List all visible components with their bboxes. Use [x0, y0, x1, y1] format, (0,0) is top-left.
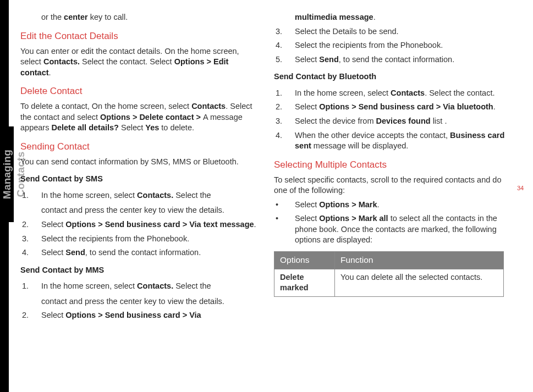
- text-bold: Yes: [145, 123, 159, 132]
- heading-sending-contact: Sending Contact: [20, 141, 257, 153]
- list-number: 1.: [22, 281, 29, 292]
- heading-selecting-multiple: Selecting Multiple Contacts: [274, 159, 510, 172]
- list-item: 1. In the home screen, select Contacts. …: [274, 88, 510, 99]
- list-number: 1.: [22, 190, 29, 201]
- text-bold: center: [64, 13, 88, 21]
- list-item: 1. In the home screen, select Contacts. …: [20, 190, 257, 216]
- right-column: multimedia message. 3. Select the Detail…: [274, 12, 510, 297]
- text: Select: [295, 200, 319, 209]
- paragraph: You can send contact information by SMS,…: [20, 157, 257, 168]
- text-bold: multimedia message: [295, 13, 373, 21]
- list-number: 4.: [276, 130, 282, 141]
- heading-edit-contact-details: Edit the Contact Details: [20, 30, 257, 43]
- text: contact and press the center key to view…: [41, 297, 224, 306]
- heading-delete-contact: Delete Contact: [20, 85, 257, 98]
- subheading-send-mms: Send Contact by MMS: [20, 265, 257, 276]
- list-item: 2. Select Options > Send business card >…: [20, 310, 257, 321]
- text: Select the contact. Select: [80, 57, 174, 66]
- text: In the home screen, select: [41, 191, 137, 200]
- list-number: 3.: [22, 234, 29, 245]
- text-bold: Options > Send business card > Via bluet…: [319, 102, 493, 111]
- list-number: 3.: [276, 26, 282, 37]
- text: Select the device from: [295, 117, 376, 125]
- list-number: 5.: [276, 54, 282, 65]
- list-number: 2.: [276, 102, 282, 113]
- text-bold: Options > Delete contact >: [100, 113, 203, 122]
- text: To delete a contact, On the home screen,…: [20, 102, 191, 111]
- text: , to send the contact information.: [339, 55, 454, 64]
- subheading-send-bluetooth: Send Contact by Bluetooth: [274, 71, 510, 82]
- paragraph: To delete a contact, On the home screen,…: [20, 101, 257, 134]
- list-number: 4.: [276, 40, 282, 51]
- list-item: 3. Select the device from Devices found …: [274, 116, 510, 127]
- page-number: 34: [517, 184, 524, 192]
- text: .: [49, 68, 51, 77]
- sidebar-label: Managing Contacts: [0, 128, 14, 221]
- text: .: [377, 200, 380, 209]
- ordered-list-bt: 1. In the home screen, select Contacts. …: [274, 88, 510, 152]
- list-number: 3.: [276, 116, 282, 127]
- list-number: 1.: [276, 88, 282, 99]
- ordered-list-mms-cont: 3. Select the Details to be send. 4. Sel…: [274, 26, 510, 65]
- subheading-send-sms: Send Contact by SMS: [20, 174, 257, 185]
- text: When the other device accepts the contac…: [295, 131, 450, 140]
- text: Select the recipients from the Phonebook…: [295, 41, 443, 49]
- list-item: • Select Options > Mark all to select al…: [274, 213, 510, 246]
- text: contact and press the center key to view…: [41, 206, 224, 214]
- text: .: [493, 102, 496, 111]
- text: In the home screen, select: [295, 89, 391, 97]
- paragraph: To select specific contacts, scroll to t…: [274, 175, 510, 196]
- text: Select the: [173, 191, 211, 200]
- list-item: 4. Select Send, to send the contact info…: [20, 247, 257, 258]
- list-item: 3. Select the recipients from the Phoneb…: [20, 234, 257, 245]
- text: key to call.: [88, 13, 128, 21]
- text-bold: Contacts: [391, 89, 425, 97]
- list-item: 2. Select Options > Send business card >…: [274, 102, 510, 113]
- table-cell-function: You can delete all the selected contacts…: [335, 269, 504, 296]
- text-bold: Options > Mark: [319, 200, 377, 209]
- table-header-function: Function: [335, 251, 504, 269]
- text: Select: [295, 55, 319, 64]
- text: Select: [41, 248, 65, 257]
- text-bold: Devices found: [376, 117, 431, 125]
- text-bold: Contacts.: [137, 191, 173, 200]
- text: .: [254, 220, 256, 229]
- text: message will be displayed.: [311, 141, 409, 150]
- list-item: 4. When the other device accepts the con…: [274, 130, 510, 152]
- text-bold: Send: [319, 55, 338, 64]
- text-bold: Contacts: [191, 102, 226, 111]
- text: Select: [41, 220, 65, 229]
- text: .: [373, 13, 376, 21]
- text-bold: Options > Mark all: [319, 214, 388, 223]
- list-item: 3. Select the Details to be send.: [274, 26, 510, 37]
- ordered-list-sms: 1. In the home screen, select Contacts. …: [20, 190, 257, 258]
- text: Select: [295, 102, 319, 111]
- list-item: 2. Select Options > Send business card >…: [20, 219, 257, 230]
- text-bold: Options > Send business card > Via: [65, 311, 201, 319]
- list-number: 2.: [22, 219, 29, 230]
- text: . Select the contact.: [425, 89, 494, 97]
- text: to delete.: [159, 123, 194, 132]
- text: , to send the contact information.: [85, 248, 201, 257]
- table-header-options: Options: [274, 251, 335, 269]
- ordered-list-mms: 1. In the home screen, select Contacts. …: [20, 281, 257, 321]
- continuation-line: or the center key to call.: [20, 12, 257, 23]
- text: or the: [41, 13, 64, 21]
- options-table: Options Function Delete marked You can d…: [274, 251, 504, 297]
- table-row: Delete marked You can delete all the sel…: [274, 269, 504, 296]
- text-bold: Send: [65, 248, 85, 257]
- bullet-icon: •: [276, 200, 278, 211]
- continuation-line: multimedia message.: [274, 12, 510, 23]
- text-bold: Contacts.: [43, 57, 80, 66]
- text: Select: [119, 123, 145, 132]
- text-bold: Options > Send business card > Via text …: [65, 220, 254, 229]
- list-item: 4. Select the recipients from the Phoneb…: [274, 40, 510, 51]
- bullet-icon: •: [276, 213, 278, 224]
- text: Select: [41, 311, 65, 319]
- table-cell-option: Delete marked: [274, 269, 335, 296]
- list-number: 4.: [22, 247, 29, 258]
- paragraph: You can enter or edit the contact detail…: [20, 46, 257, 79]
- text: Select: [295, 214, 319, 223]
- list-item: 5. Select Send, to send the contact info…: [274, 54, 510, 65]
- list-number: 2.: [22, 310, 29, 321]
